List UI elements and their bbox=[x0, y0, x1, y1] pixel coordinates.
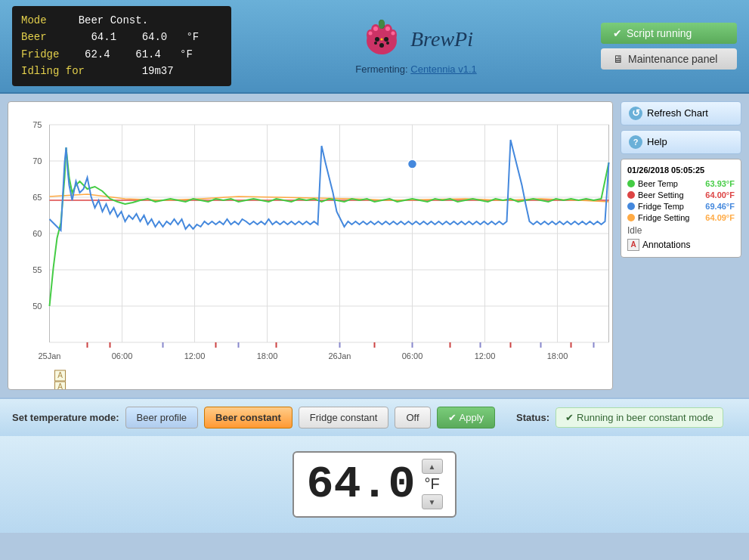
main-content: 75 70 65 60 55 50 25Jan 06:00 12:00 bbox=[0, 94, 749, 398]
temp-widget: 64.0 ▲ °F ▼ bbox=[292, 451, 456, 518]
temp-mode-label: Set temperature mode: bbox=[12, 412, 119, 423]
fridge-constant-button[interactable]: Fridge constant bbox=[299, 407, 389, 429]
chart-svg: 75 70 65 60 55 50 25Jan 06:00 12:00 bbox=[8, 102, 612, 389]
brewpi-logo: BrewPi bbox=[359, 17, 473, 62]
beer-unit: °F bbox=[186, 31, 199, 43]
chart-container: 75 70 65 60 55 50 25Jan 06:00 12:00 bbox=[8, 101, 613, 390]
temp-unit-area: ▲ °F ▼ bbox=[422, 459, 443, 509]
svg-text:12:00: 12:00 bbox=[184, 351, 206, 360]
fridge-temp-legend: Fridge Temp 69.46°F bbox=[627, 202, 735, 211]
status-check-icon: ✔ bbox=[565, 412, 574, 423]
svg-point-8 bbox=[392, 32, 395, 36]
mode-row: Mode Beer Const. bbox=[21, 12, 222, 29]
temp-unit: °F bbox=[424, 475, 439, 493]
svg-point-5 bbox=[373, 26, 378, 31]
annotations-label: Annotations bbox=[642, 240, 690, 250]
beer-setting-legend-value: 64.00°F bbox=[705, 190, 735, 200]
off-button[interactable]: Off bbox=[395, 407, 430, 429]
help-button[interactable]: ? Help bbox=[621, 130, 741, 154]
fridge-temp-legend-value: 69.46°F bbox=[705, 202, 735, 211]
svg-point-13 bbox=[386, 42, 389, 45]
checkmark-icon: ✔ bbox=[613, 27, 622, 39]
refresh-chart-button[interactable]: ↺ Refresh Chart bbox=[621, 101, 741, 125]
help-icon: ? bbox=[629, 135, 642, 149]
fridge-label: Fridge bbox=[21, 48, 59, 60]
legend-box: 01/26/2018 05:05:25 Beer Temp 63.93°F Be… bbox=[621, 159, 741, 258]
refresh-label: Refresh Chart bbox=[647, 107, 708, 119]
right-panel: ↺ Refresh Chart ? Help 01/26/2018 05:05:… bbox=[621, 101, 741, 390]
maintenance-panel-button[interactable]: 🖥 Maintenance panel bbox=[601, 48, 737, 70]
fridge-set: 61.4 bbox=[135, 48, 161, 60]
chart-svg-wrap: 75 70 65 60 55 50 25Jan 06:00 12:00 bbox=[8, 102, 612, 389]
status-value: ✔ Running in beer constant mode bbox=[556, 407, 723, 428]
script-running-label: Script running bbox=[627, 27, 692, 39]
svg-point-47 bbox=[408, 159, 417, 169]
beer-set: 64.0 bbox=[142, 31, 168, 43]
svg-text:A: A bbox=[57, 382, 63, 389]
annotations-icon: A bbox=[627, 239, 639, 251]
logo-area: BrewPi Fermenting: Centennia v1.1 bbox=[231, 17, 601, 75]
svg-text:25Jan: 25Jan bbox=[39, 351, 61, 360]
beer-setting-legend: Beer Setting 64.00°F bbox=[627, 190, 735, 200]
fridge-setting-legend-value: 64.09°F bbox=[705, 213, 735, 222]
monitor-icon: 🖥 bbox=[613, 53, 624, 65]
temp-display-area: 64.0 ▲ °F ▼ bbox=[0, 436, 749, 533]
help-label: Help bbox=[647, 136, 667, 147]
beer-setting-dot bbox=[627, 191, 635, 199]
script-running-button[interactable]: ✔ Script running bbox=[601, 23, 737, 44]
status-text: Running in beer constant mode bbox=[577, 412, 713, 423]
temp-mode-row: Set temperature mode: Beer profile Beer … bbox=[12, 407, 737, 429]
apply-button[interactable]: ✔ Apply bbox=[437, 407, 496, 429]
fermenting-label: Fermenting: Centennia v1.1 bbox=[355, 63, 476, 75]
svg-text:70: 70 bbox=[32, 156, 42, 166]
checkmark-apply-icon: ✔ bbox=[448, 412, 457, 423]
fridge-setting-legend-label: Fridge Setting bbox=[638, 213, 702, 222]
beer-temp-dot bbox=[627, 180, 635, 187]
svg-text:12:00: 12:00 bbox=[475, 351, 496, 360]
mode-label: Mode bbox=[21, 14, 47, 26]
svg-text:18:00: 18:00 bbox=[547, 351, 568, 360]
fridge-temp: 62.4 bbox=[85, 48, 110, 60]
beer-temp-legend: Beer Temp 63.93°F bbox=[627, 179, 735, 188]
fermenting-link[interactable]: Centennia v1.1 bbox=[410, 63, 476, 75]
beer-temp-legend-value: 63.93°F bbox=[705, 179, 735, 188]
svg-point-14 bbox=[381, 39, 383, 41]
svg-text:60: 60 bbox=[32, 229, 42, 238]
svg-text:55: 55 bbox=[32, 265, 42, 274]
header-buttons: ✔ Script running 🖥 Maintenance panel bbox=[601, 23, 737, 70]
beer-profile-button[interactable]: Beer profile bbox=[125, 407, 198, 429]
idle-row: Idling for 19m37 bbox=[21, 63, 222, 79]
status-row: Status: ✔ Running in beer constant mode bbox=[516, 407, 737, 428]
svg-point-12 bbox=[374, 42, 377, 45]
mode-value: Beer Const. bbox=[79, 14, 148, 26]
status-label: Status: bbox=[516, 412, 549, 423]
temp-value: 64.0 bbox=[306, 459, 415, 510]
svg-text:A: A bbox=[57, 371, 63, 379]
raspberry-icon bbox=[359, 17, 404, 62]
idle-value: 19m37 bbox=[142, 65, 174, 77]
temp-increase-button[interactable]: ▲ bbox=[422, 459, 443, 474]
svg-point-6 bbox=[385, 26, 390, 31]
svg-point-10 bbox=[384, 37, 388, 42]
header: Mode Beer Const. Beer 64.1 64.0 °F Fridg… bbox=[0, 0, 749, 94]
fridge-setting-legend: Fridge Setting 64.09°F bbox=[627, 213, 735, 222]
svg-text:26Jan: 26Jan bbox=[329, 351, 351, 360]
beer-temp: 64.1 bbox=[91, 31, 116, 43]
temp-decrease-button[interactable]: ▼ bbox=[422, 494, 443, 509]
fridge-setting-dot bbox=[627, 214, 635, 221]
svg-text:75: 75 bbox=[32, 120, 42, 129]
beer-setting-legend-label: Beer Setting bbox=[638, 190, 702, 200]
refresh-icon: ↺ bbox=[629, 107, 642, 120]
fridge-temp-legend-label: Fridge Temp bbox=[638, 202, 702, 211]
svg-text:06:00: 06:00 bbox=[112, 351, 133, 360]
svg-text:18:00: 18:00 bbox=[257, 351, 278, 360]
beer-row: Beer 64.1 64.0 °F bbox=[21, 29, 222, 45]
svg-point-7 bbox=[369, 32, 373, 36]
svg-text:65: 65 bbox=[32, 193, 42, 202]
beer-constant-button[interactable]: Beer constant bbox=[204, 407, 292, 429]
fridge-unit: °F bbox=[180, 48, 193, 60]
beer-label: Beer bbox=[21, 31, 47, 43]
brewpi-brand-text: BrewPi bbox=[410, 27, 473, 51]
idle-label: Idling for bbox=[21, 65, 85, 77]
beer-temp-legend-label: Beer Temp bbox=[638, 179, 702, 188]
